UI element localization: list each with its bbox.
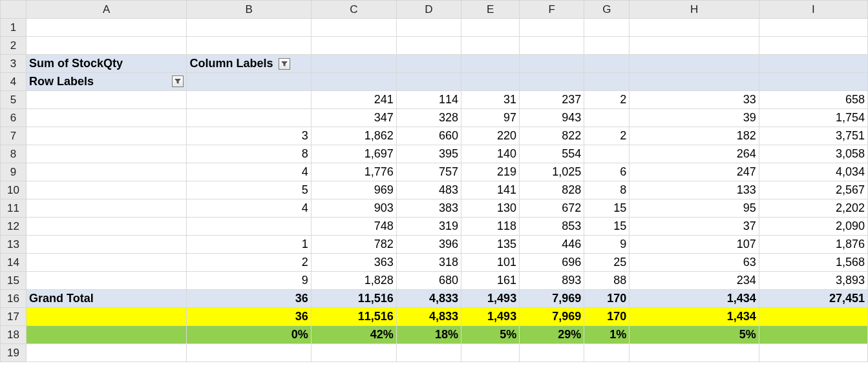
cell-H17[interactable]: 1,434 — [630, 308, 759, 326]
cell-G4[interactable] — [584, 73, 630, 91]
cell-A8[interactable] — [26, 145, 187, 163]
cell-G6[interactable] — [584, 109, 630, 127]
cell-I8[interactable]: 3,058 — [759, 145, 867, 163]
row-header-13[interactable]: 13 — [1, 236, 26, 254]
cell-C18[interactable]: 42% — [311, 326, 396, 344]
row-header-4[interactable]: 4 — [1, 73, 26, 91]
cell-C6[interactable]: 347 — [311, 109, 396, 127]
cell-H13[interactable]: 107 — [630, 236, 759, 254]
cell-G15[interactable]: 88 — [584, 272, 630, 290]
cell-H4[interactable] — [630, 73, 759, 91]
cell-E2[interactable] — [461, 37, 520, 55]
cell-C13[interactable]: 782 — [311, 236, 396, 254]
cell-C5[interactable]: 241 — [311, 91, 396, 109]
cell-D13[interactable]: 396 — [396, 236, 461, 254]
row-header-1[interactable]: 1 — [1, 19, 26, 37]
cell-I15[interactable]: 3,893 — [759, 272, 867, 290]
cell-E6[interactable]: 97 — [461, 109, 520, 127]
cell-A12[interactable] — [26, 218, 187, 236]
col-header-E[interactable]: E — [461, 1, 520, 19]
cell-C11[interactable]: 903 — [311, 199, 396, 218]
cell-I2[interactable] — [759, 37, 867, 55]
col-header-C[interactable]: C — [311, 1, 396, 19]
row-header-17[interactable]: 17 — [1, 308, 26, 326]
cell-E12[interactable]: 118 — [461, 218, 520, 236]
cell-C7[interactable]: 1,862 — [311, 127, 396, 145]
cell-C15[interactable]: 1,828 — [311, 272, 396, 290]
cell-B7[interactable]: 3 — [187, 127, 311, 145]
cell-F14[interactable]: 696 — [520, 254, 584, 272]
cell-E3[interactable] — [461, 55, 520, 73]
row-header-14[interactable]: 14 — [1, 254, 26, 272]
col-header-B[interactable]: B — [187, 1, 311, 19]
cell-G18[interactable]: 1% — [584, 326, 630, 344]
cell-A19[interactable] — [26, 344, 187, 362]
cell-D9[interactable]: 757 — [396, 163, 461, 181]
pivot-column-labels[interactable]: Column Labels — [187, 55, 311, 73]
cell-C10[interactable]: 969 — [311, 181, 396, 199]
pivot-row-labels[interactable]: Row Labels — [26, 73, 187, 91]
cell-C9[interactable]: 1,776 — [311, 163, 396, 181]
cell-G10[interactable]: 8 — [584, 181, 630, 199]
cell-G19[interactable] — [584, 344, 630, 362]
cell-G7[interactable]: 2 — [584, 127, 630, 145]
cell-I17[interactable] — [759, 308, 867, 326]
cell-F12[interactable]: 853 — [520, 218, 584, 236]
cell-D12[interactable]: 319 — [396, 218, 461, 236]
cell-E13[interactable]: 135 — [461, 236, 520, 254]
row-header-9[interactable]: 9 — [1, 163, 26, 181]
cell-A18[interactable] — [26, 326, 187, 344]
row-header-11[interactable]: 11 — [1, 199, 26, 218]
cell-B5[interactable] — [187, 91, 311, 109]
cell-B17[interactable]: 36 — [187, 308, 311, 326]
cell-H1[interactable] — [630, 19, 759, 37]
cell-F16[interactable]: 7,969 — [520, 290, 584, 308]
grand-total-label[interactable]: Grand Total — [26, 290, 187, 308]
cell-C8[interactable]: 1,697 — [311, 145, 396, 163]
cell-G5[interactable]: 2 — [584, 91, 630, 109]
cell-C4[interactable] — [311, 73, 396, 91]
cell-A17[interactable] — [26, 308, 187, 326]
row-header-3[interactable]: 3 — [1, 55, 26, 73]
col-header-A[interactable]: A — [26, 1, 187, 19]
cell-F13[interactable]: 446 — [520, 236, 584, 254]
cell-I9[interactable]: 4,034 — [759, 163, 867, 181]
cell-B19[interactable] — [187, 344, 311, 362]
cell-H18[interactable]: 5% — [630, 326, 759, 344]
cell-A14[interactable] — [26, 254, 187, 272]
cell-F6[interactable]: 943 — [520, 109, 584, 127]
column-labels-filter-button[interactable] — [279, 58, 290, 70]
row-header-7[interactable]: 7 — [1, 127, 26, 145]
cell-H7[interactable]: 182 — [630, 127, 759, 145]
cell-G13[interactable]: 9 — [584, 236, 630, 254]
cell-F8[interactable]: 554 — [520, 145, 584, 163]
cell-D4[interactable] — [396, 73, 461, 91]
cell-E5[interactable]: 31 — [461, 91, 520, 109]
cell-H14[interactable]: 63 — [630, 254, 759, 272]
cell-F4[interactable] — [520, 73, 584, 91]
cell-D11[interactable]: 383 — [396, 199, 461, 218]
cell-H3[interactable] — [630, 55, 759, 73]
cell-I6[interactable]: 1,754 — [759, 109, 867, 127]
cell-C14[interactable]: 363 — [311, 254, 396, 272]
cell-E18[interactable]: 5% — [461, 326, 520, 344]
row-labels-filter-button[interactable] — [172, 76, 184, 87]
row-header-5[interactable]: 5 — [1, 91, 26, 109]
cell-F2[interactable] — [520, 37, 584, 55]
cell-D19[interactable] — [396, 344, 461, 362]
cell-E17[interactable]: 1,493 — [461, 308, 520, 326]
cell-C12[interactable]: 748 — [311, 218, 396, 236]
cell-E11[interactable]: 130 — [461, 199, 520, 218]
cell-B9[interactable]: 4 — [187, 163, 311, 181]
cell-G3[interactable] — [584, 55, 630, 73]
cell-D10[interactable]: 483 — [396, 181, 461, 199]
cell-E14[interactable]: 101 — [461, 254, 520, 272]
cell-H11[interactable]: 95 — [630, 199, 759, 218]
cell-H10[interactable]: 133 — [630, 181, 759, 199]
cell-C16[interactable]: 11,516 — [311, 290, 396, 308]
cell-H8[interactable]: 264 — [630, 145, 759, 163]
cell-A2[interactable] — [26, 37, 187, 55]
cell-G14[interactable]: 25 — [584, 254, 630, 272]
row-header-10[interactable]: 10 — [1, 181, 26, 199]
cell-G11[interactable]: 15 — [584, 199, 630, 218]
